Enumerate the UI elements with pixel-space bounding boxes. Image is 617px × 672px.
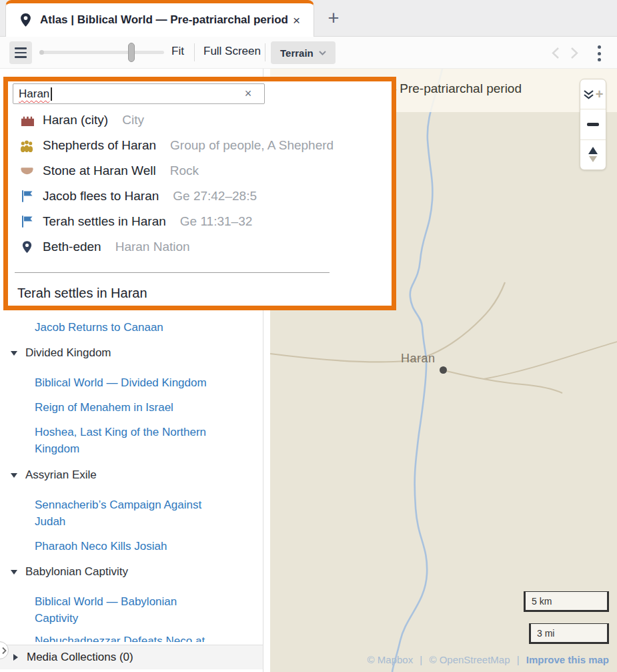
search-result-shepherds[interactable]: Shepherds of Haran Group of people, A Sh… bbox=[8, 133, 392, 158]
result-subtitle: Haran Nation bbox=[115, 240, 190, 254]
triangle-down-icon bbox=[11, 570, 17, 575]
media-collections-bar[interactable]: Media Collections (0) bbox=[0, 645, 263, 669]
close-icon[interactable]: × bbox=[290, 13, 303, 28]
tab-bar: Atlas | Biblical World — Pre-patriarchal… bbox=[0, 0, 617, 37]
triangle-right-icon bbox=[13, 654, 18, 661]
search-result-jacob-flees[interactable]: Jacob flees to Haran Ge 27:42–28:5 bbox=[8, 184, 392, 209]
sidebar-item-bw-babylonian[interactable]: Biblical World — Babylonian Captivity bbox=[35, 593, 201, 627]
search-result-stone[interactable]: Stone at Haran Well Rock bbox=[8, 158, 392, 184]
flag-icon bbox=[19, 214, 35, 230]
sidebar-item-pharaoh-neco[interactable]: Pharaoh Neco Kills Josiah bbox=[35, 538, 167, 555]
collapse-zoom-in-button[interactable]: + bbox=[580, 79, 606, 109]
sidebar-section-babylonian-captivity[interactable]: Babylonian Captivity bbox=[11, 565, 128, 579]
sidebar-item-jacob-returns[interactable]: Jacob Returns to Canaan bbox=[35, 319, 163, 336]
kebab-menu-icon[interactable] bbox=[596, 45, 602, 61]
osm-link[interactable]: © OpenStreetMap bbox=[429, 654, 510, 665]
search-results-panel: Haran × Haran (city) City Shepherds of H… bbox=[3, 77, 396, 310]
selected-event-heading: Terah settles in Haran bbox=[17, 286, 147, 301]
map-attribution: © Mapbox | © OpenStreetMap | Improve thi… bbox=[368, 654, 609, 665]
toolbar-divider bbox=[194, 43, 195, 61]
chevron-right-icon[interactable] bbox=[570, 47, 579, 59]
zoom-slider-thumb[interactable] bbox=[128, 43, 135, 62]
clear-search-icon[interactable]: × bbox=[240, 85, 256, 101]
slider-start-dot bbox=[39, 50, 44, 55]
sidebar-section-divided-kingdom[interactable]: Divided Kingdom bbox=[11, 346, 111, 360]
result-title: Stone at Haran Well bbox=[43, 163, 156, 178]
panel-divider bbox=[15, 272, 330, 273]
section-label: Babylonian Captivity bbox=[25, 565, 128, 579]
result-title: Haran (city) bbox=[43, 113, 108, 127]
menu-icon[interactable] bbox=[9, 41, 32, 64]
toolbar-divider bbox=[265, 43, 265, 61]
zoom-slider[interactable] bbox=[40, 51, 164, 54]
full-screen-button[interactable]: Full Screen bbox=[203, 45, 261, 58]
result-subtitle: Group of people, A Shepherd bbox=[170, 138, 334, 153]
result-subtitle: Ge 11:31–32 bbox=[180, 214, 252, 229]
sidebar-item-nebuchadnezzar-clipped[interactable]: Nebuchadnezzar Defeats Neco at bbox=[35, 633, 255, 642]
result-subtitle: Ge 27:42–28:5 bbox=[173, 189, 257, 204]
mapbox-link[interactable]: © Mapbox bbox=[368, 654, 414, 665]
triangle-down-icon bbox=[11, 473, 17, 478]
sidebar-item-hoshea[interactable]: Hoshea, Last King of the Northern Kingdo… bbox=[35, 424, 235, 457]
result-title: Jacob flees to Haran bbox=[43, 189, 159, 204]
map-pin-icon bbox=[19, 239, 35, 255]
result-title: Shepherds of Haran bbox=[43, 138, 156, 153]
sidebar-item-menahem[interactable]: Reign of Menahem in Israel bbox=[35, 399, 173, 416]
tab-atlas[interactable]: Atlas | Biblical World — Pre-patriarchal… bbox=[5, 0, 314, 37]
compass-icon bbox=[588, 147, 598, 162]
result-title: Beth-eden bbox=[43, 240, 101, 254]
chevron-down-icon bbox=[319, 51, 326, 55]
terrain-dropdown[interactable]: Terrain bbox=[271, 41, 336, 64]
plus-icon: + bbox=[596, 87, 604, 102]
sidebar-section-assyrian-exile[interactable]: Assyrian Exile bbox=[11, 468, 97, 482]
double-chevron-down-icon bbox=[583, 89, 594, 99]
scale-bar-km: 5 km bbox=[524, 591, 609, 612]
location-pin-icon bbox=[19, 13, 32, 28]
flag-icon bbox=[19, 188, 35, 204]
result-title: Terah settles in Haran bbox=[43, 214, 166, 229]
compass-pitch-control[interactable] bbox=[580, 140, 606, 170]
triangle-down-icon bbox=[11, 351, 17, 356]
tab-title: Atlas | Biblical World — Pre-patriarchal… bbox=[40, 13, 290, 27]
attribution-separator: | bbox=[420, 654, 422, 665]
minus-icon bbox=[587, 123, 599, 126]
zoom-out-button[interactable] bbox=[580, 109, 606, 139]
chevron-right-icon bbox=[1, 647, 7, 655]
chevron-left-icon[interactable] bbox=[551, 47, 560, 59]
section-label: Assyrian Exile bbox=[25, 468, 97, 482]
media-collections-label: Media Collections (0) bbox=[27, 651, 133, 664]
attribution-separator: | bbox=[517, 654, 520, 665]
new-tab-button[interactable]: + bbox=[323, 7, 344, 29]
scale-km-label: 5 km bbox=[532, 596, 552, 607]
rock-icon bbox=[19, 163, 35, 179]
improve-map-link[interactable]: Improve this map bbox=[526, 654, 609, 665]
search-query-text: Haran bbox=[19, 87, 49, 101]
sidebar-item-bw-divided-kingdom[interactable]: Biblical World — Divided Kingdom bbox=[35, 374, 207, 391]
sidebar-item-sennacherib[interactable]: Sennacherib’s Campaign Against Judah bbox=[35, 496, 225, 530]
terrain-label: Terrain bbox=[280, 47, 314, 59]
section-label: Divided Kingdom bbox=[25, 346, 111, 360]
scale-mi-label: 3 mi bbox=[537, 628, 554, 639]
search-result-terah-settles[interactable]: Terah settles in Haran Ge 11:31–32 bbox=[8, 209, 392, 234]
map-place-label: Haran bbox=[401, 352, 436, 366]
place-marker-dot[interactable] bbox=[440, 366, 447, 374]
search-result-beth-eden[interactable]: Beth-eden Haran Nation bbox=[8, 234, 392, 260]
atlas-app: Atlas | Biblical World — Pre-patriarchal… bbox=[0, 0, 617, 672]
text-caret bbox=[51, 87, 52, 101]
map-controls: + bbox=[580, 79, 606, 170]
castle-icon bbox=[19, 112, 35, 128]
toolbar: Fit Full Screen Terrain bbox=[0, 37, 617, 69]
search-result-haran-city[interactable]: Haran (city) City bbox=[8, 107, 392, 133]
search-input[interactable]: Haran bbox=[13, 83, 265, 104]
people-group-icon bbox=[19, 137, 35, 153]
scale-bar-mi: 3 mi bbox=[529, 623, 609, 644]
fit-button[interactable]: Fit bbox=[171, 45, 184, 58]
result-subtitle: City bbox=[122, 113, 144, 127]
result-subtitle: Rock bbox=[170, 163, 199, 178]
